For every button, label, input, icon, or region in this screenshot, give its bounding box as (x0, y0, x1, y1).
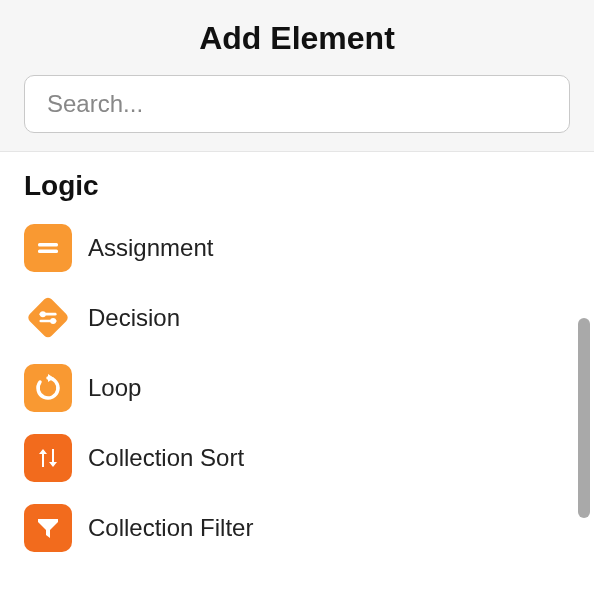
svg-point-6 (50, 318, 56, 324)
element-item-label: Decision (88, 304, 180, 332)
scrollbar-thumb[interactable] (578, 318, 590, 518)
modal-header: Add Element (0, 0, 594, 152)
svg-rect-1 (38, 250, 58, 254)
decision-icon (24, 294, 72, 342)
element-item-collection-filter[interactable]: Collection Filter (24, 504, 570, 552)
page-title: Add Element (24, 20, 570, 57)
svg-rect-2 (26, 296, 70, 340)
element-item-label: Collection Filter (88, 514, 253, 542)
collection-sort-icon (24, 434, 72, 482)
svg-point-5 (40, 311, 46, 317)
element-item-label: Collection Sort (88, 444, 244, 472)
element-item-collection-sort[interactable]: Collection Sort (24, 434, 570, 482)
search-input[interactable] (24, 75, 570, 133)
assignment-icon (24, 224, 72, 272)
element-item-label: Loop (88, 374, 141, 402)
element-item-decision[interactable]: Decision (24, 294, 570, 342)
section-heading-logic: Logic (24, 170, 570, 202)
element-item-loop[interactable]: Loop (24, 364, 570, 412)
collection-filter-icon (24, 504, 72, 552)
element-item-assignment[interactable]: Assignment (24, 224, 570, 272)
element-item-label: Assignment (88, 234, 213, 262)
svg-rect-0 (38, 243, 58, 247)
loop-icon (24, 364, 72, 412)
search-wrap (24, 75, 570, 133)
content-area: Logic Assignment Decis (0, 152, 594, 599)
